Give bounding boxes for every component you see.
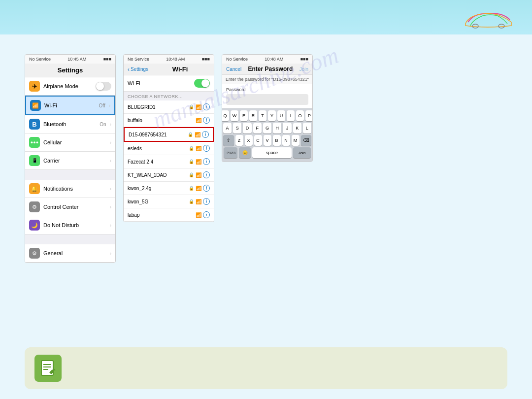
password-subtitle: Enter the password for "D15-0987654321" <box>222 75 312 84</box>
back-label: Settings <box>131 66 148 72</box>
settings-item-airplane[interactable]: ✈ Airplane Mode <box>25 77 115 96</box>
network-name: Fazecat 2.4 <box>128 159 187 165</box>
settings-item-dnd[interactable]: 🌙 Do Not Disturb › <box>25 216 115 234</box>
screen2-wifi: No Service 10:48 AM ■■■ ‹ Settings Wi-Fi… <box>123 54 214 222</box>
wifi-signal-icon: 📶 <box>196 172 201 178</box>
key-p[interactable]: P <box>305 110 313 121</box>
key-c[interactable]: C <box>254 135 262 146</box>
key-i[interactable]: I <box>287 110 295 121</box>
key-f[interactable]: F <box>253 123 262 133</box>
key-q[interactable]: Q <box>222 110 229 121</box>
settings-item-general[interactable]: ⚙ General › <box>25 244 115 263</box>
key-x[interactable]: X <box>245 135 253 146</box>
wifi-network-esieds[interactable]: esieds 🔒 📶 i <box>124 142 214 155</box>
dnd-chevron: › <box>110 223 111 228</box>
info-button[interactable]: i <box>203 158 210 165</box>
keyboard-row-2: A S D F G H J K L <box>223 123 311 133</box>
info-button[interactable]: i <box>203 198 210 205</box>
settings-item-bluetooth[interactable]: B Bluetooth On › <box>25 115 115 133</box>
key-e[interactable]: E <box>240 110 248 121</box>
notifications-chevron: › <box>110 186 111 192</box>
settings-divider-1 <box>25 170 115 180</box>
info-button[interactable]: i <box>202 131 209 138</box>
key-u[interactable]: U <box>277 110 285 121</box>
svg-point-0 <box>472 24 478 28</box>
wifi-icons: 🔒 📶 i <box>189 145 210 152</box>
wifi-network-d15[interactable]: D15-0987654321 🔒 📶 i <box>124 127 214 142</box>
network-name: buffalo <box>128 118 194 123</box>
info-button[interactable]: i <box>203 117 210 124</box>
wifi-network-labap[interactable]: labap 📶 i <box>124 208 214 222</box>
key-s[interactable]: S <box>233 123 241 133</box>
delete-key[interactable]: ⌫ <box>301 135 312 146</box>
key-z[interactable]: Z <box>235 135 243 146</box>
key-h[interactable]: H <box>273 123 281 133</box>
info-button[interactable]: i <box>203 185 210 192</box>
settings-item-wifi[interactable]: 📶 Wi-Fi Off › <box>25 96 115 115</box>
screen1-settings: No Service 10:45 AM ■■■ Settings ✈ Airpl… <box>25 54 116 263</box>
note-icon <box>34 355 62 382</box>
back-to-settings-button[interactable]: ‹ Settings <box>128 66 148 73</box>
info-button[interactable]: i <box>203 145 210 152</box>
screen2-time: 10:48 AM <box>166 57 185 62</box>
key-n[interactable]: N <box>282 135 290 146</box>
wifi-toggle-row: Wi-Fi <box>124 75 214 92</box>
settings-item-carrier[interactable]: 📱 Carrier › <box>25 152 115 170</box>
lock-icon: 🔒 <box>189 186 194 191</box>
key-j[interactable]: J <box>283 123 291 133</box>
airplane-toggle[interactable] <box>96 82 111 91</box>
shift-key[interactable]: ⇧ <box>223 135 234 146</box>
key-v[interactable]: V <box>264 135 271 146</box>
screen1-signal: No Service <box>29 57 51 62</box>
wifi-network-kwon24[interactable]: kwon_2.4g 🔒 📶 i <box>124 182 214 195</box>
info-button[interactable]: i <box>203 171 210 178</box>
lock-icon: 🔒 <box>189 172 194 177</box>
key-b[interactable]: B <box>273 135 281 146</box>
control-center-icon: ⚙ <box>29 201 40 212</box>
wifi-network-fazecat[interactable]: Fazecat 2.4 🔒 📶 i <box>124 155 214 168</box>
key-y[interactable]: Y <box>268 110 276 121</box>
carrier-icon: 📱 <box>29 155 40 166</box>
key-w[interactable]: W <box>231 110 238 121</box>
wifi-network-buffalo[interactable]: buffalo 📶 i <box>124 114 214 127</box>
join-button[interactable]: Join <box>299 66 308 72</box>
settings-item-control-center[interactable]: ⚙ Control Center › <box>25 198 115 216</box>
screen1-navbar: Settings <box>25 64 115 77</box>
wifi-signal-icon: 📶 <box>196 146 201 151</box>
key-o[interactable]: O <box>296 110 304 121</box>
key-m[interactable]: M <box>292 135 299 146</box>
screen3-password: No Service 10:48 AM ■■■ Cancel Enter Pas… <box>222 54 313 162</box>
screen2-navbar: ‹ Settings Wi-Fi <box>124 64 214 75</box>
emoji-key[interactable]: 😊 <box>239 147 251 158</box>
bottom-note <box>25 347 507 389</box>
key-k[interactable]: K <box>293 123 301 133</box>
screen2-battery: ■■■ <box>202 57 210 62</box>
settings-item-notifications[interactable]: 🔔 Notifications › <box>25 180 115 198</box>
password-input[interactable] <box>226 94 308 105</box>
wifi-toggle[interactable] <box>194 79 210 88</box>
key-r[interactable]: R <box>249 110 257 121</box>
wifi-network-kwon5g[interactable]: kwon_5G 🔒 📶 i <box>124 195 214 208</box>
cellular-chevron: › <box>110 140 111 145</box>
settings-item-cellular[interactable]: ●●● Cellular › <box>25 133 115 152</box>
numbers-key[interactable]: .?123 <box>224 147 237 158</box>
wifi-network-kt-wlan[interactable]: KT_WLAN_1DAD 🔒 📶 i <box>124 168 214 182</box>
info-button[interactable]: i <box>203 211 210 218</box>
space-key[interactable]: space <box>252 147 292 158</box>
key-g[interactable]: G <box>263 123 271 133</box>
info-button[interactable]: i <box>203 103 210 110</box>
key-d[interactable]: D <box>243 123 251 133</box>
cancel-button[interactable]: Cancel <box>226 66 241 72</box>
join-key[interactable]: Join <box>293 147 311 158</box>
carrier-label: Carrier <box>43 158 106 164</box>
wifi-network-bluegrid1[interactable]: BLUEGRID1 🔒 📶 i <box>124 100 214 114</box>
notifications-label: Notifications <box>43 186 106 192</box>
key-a[interactable]: A <box>223 123 232 133</box>
key-l[interactable]: L <box>303 123 311 133</box>
dnd-label: Do Not Disturb <box>43 222 106 228</box>
key-t[interactable]: T <box>259 110 266 121</box>
bluetooth-icon: B <box>29 119 40 130</box>
car-logo <box>458 5 517 30</box>
dnd-icon: 🌙 <box>29 220 40 231</box>
wifi-signal-icon: 📶 <box>196 118 201 123</box>
